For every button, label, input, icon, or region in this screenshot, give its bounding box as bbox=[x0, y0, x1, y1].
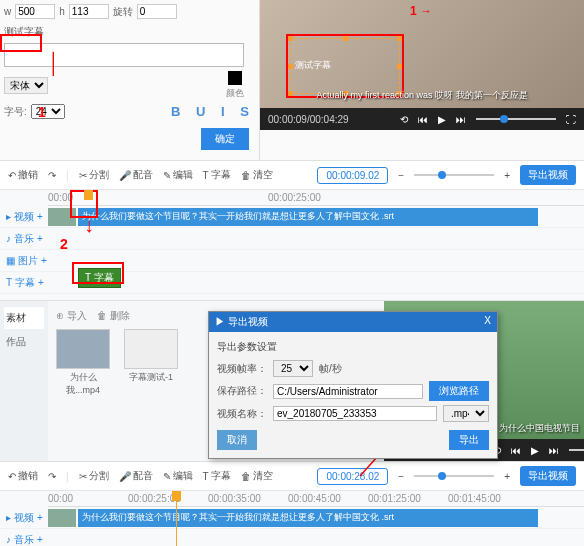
w-label: w bbox=[4, 6, 11, 17]
color-swatch[interactable] bbox=[228, 71, 242, 85]
play-icon[interactable]: ▶ bbox=[438, 114, 446, 125]
subtitle-drop-indicator[interactable]: T 字幕 bbox=[78, 268, 121, 288]
redo-button[interactable]: ↷ bbox=[48, 170, 56, 181]
subtitle-text-label: 测试字幕 bbox=[4, 25, 255, 39]
subtitle-text-input[interactable] bbox=[4, 43, 244, 67]
zoom-out-icon-2[interactable]: − bbox=[398, 471, 404, 482]
tab-works[interactable]: 作品 bbox=[4, 331, 44, 353]
zoom-slider-2[interactable] bbox=[414, 475, 494, 477]
text-style-buttons[interactable]: B U I S bbox=[171, 104, 255, 119]
clip-thumb-2[interactable] bbox=[48, 509, 76, 527]
fps-unit: 帧/秒 bbox=[319, 362, 342, 376]
playhead-marker-2[interactable] bbox=[172, 491, 181, 501]
next-icon[interactable]: ⏭ bbox=[456, 114, 466, 125]
add-video-icon-2[interactable]: + bbox=[37, 512, 43, 523]
name-label: 视频名称： bbox=[217, 407, 267, 421]
add-audio-icon[interactable]: + bbox=[37, 233, 43, 244]
video-clip-2[interactable]: 为什么我们要做这个节目呢？其实一开始我们就是想让更多人了解中国文化 .srt bbox=[78, 509, 538, 527]
video-track-label: ▸ 视频 + bbox=[0, 210, 48, 224]
dialog-title: ▶ 导出视频 bbox=[215, 315, 268, 329]
zoom-slider-1[interactable] bbox=[414, 174, 494, 176]
undo-button[interactable]: ↶ 撤销 bbox=[8, 168, 38, 182]
import-button[interactable]: ⊕ 导入 bbox=[56, 309, 87, 323]
path-label: 保存路径： bbox=[217, 384, 267, 398]
dub-button[interactable]: 🎤 配音 bbox=[119, 168, 153, 182]
prev-icon[interactable]: ⏮ bbox=[418, 114, 428, 125]
delete-button[interactable]: 🗑 删除 bbox=[97, 309, 130, 323]
dialog-section-label: 导出参数设置 bbox=[217, 340, 489, 354]
loop-icon[interactable]: ⟲ bbox=[400, 114, 408, 125]
add-subtitle-icon[interactable]: + bbox=[38, 277, 44, 288]
clear-button[interactable]: 🗑 清空 bbox=[241, 168, 273, 182]
lib-item-1[interactable]: 为什么我...mp4 bbox=[56, 329, 110, 397]
fps-select[interactable]: 25 bbox=[273, 360, 313, 377]
ruler-1[interactable]: 00:00 00:00:25:00 bbox=[48, 192, 584, 206]
color-label: 颜色 bbox=[226, 87, 244, 100]
clip-thumb-1[interactable] bbox=[48, 208, 76, 226]
height-input[interactable] bbox=[69, 4, 109, 19]
ok-button[interactable]: 确定 bbox=[201, 128, 249, 150]
cancel-button[interactable]: 取消 bbox=[217, 430, 257, 450]
current-time-2: 00:00:28.02 bbox=[317, 468, 388, 485]
add-video-icon[interactable]: + bbox=[37, 211, 43, 222]
add-audio-icon-2[interactable]: + bbox=[37, 534, 43, 545]
ruler-2[interactable]: 00:00 00:00:25:00 00:00:35:00 00:00:45:0… bbox=[48, 493, 584, 507]
playhead-marker-1[interactable] bbox=[84, 190, 93, 200]
rotate-input[interactable] bbox=[137, 4, 177, 19]
clear-button-2[interactable]: 🗑 清空 bbox=[241, 469, 273, 483]
volume-slider-1[interactable] bbox=[476, 118, 556, 120]
split-button-2[interactable]: ✂ 分割 bbox=[79, 469, 109, 483]
volume-slider-2[interactable] bbox=[569, 449, 584, 451]
fps-label: 视频帧率： bbox=[217, 362, 267, 376]
dub-button-2[interactable]: 🎤 配音 bbox=[119, 469, 153, 483]
rotate-label: 旋转 bbox=[113, 5, 133, 19]
fontsize-label: 字号: bbox=[4, 105, 27, 119]
browse-button[interactable]: 浏览路径 bbox=[429, 381, 489, 401]
export-button-2[interactable]: 导出视频 bbox=[520, 466, 576, 486]
audio-track-label: ♪ 音乐 + bbox=[0, 232, 48, 246]
fontsize-select[interactable]: 24 bbox=[31, 104, 65, 119]
edit-button-2[interactable]: ✎ 编辑 bbox=[163, 469, 193, 483]
video-track-label-2: ▸ 视频 + bbox=[0, 511, 48, 525]
selection-label: 测试字幕 bbox=[295, 59, 331, 72]
tab-material[interactable]: 素材 bbox=[4, 307, 44, 329]
subtitle-track-label: T 字幕 + bbox=[0, 276, 48, 290]
h-label: h bbox=[59, 6, 65, 17]
add-image-icon[interactable]: + bbox=[41, 255, 47, 266]
split-button[interactable]: ✂ 分割 bbox=[79, 168, 109, 182]
format-select[interactable]: .mp4 bbox=[443, 405, 489, 422]
prev-icon-2[interactable]: ⏮ bbox=[511, 445, 521, 456]
image-track-label: ▦ 图片 + bbox=[0, 254, 48, 268]
export-confirm-button[interactable]: 导出 bbox=[449, 430, 489, 450]
video-clip-1[interactable]: 为什么我们要做这个节目呢？其实一开始我们就是想让更多人了解中国文化 .srt bbox=[78, 208, 538, 226]
fullscreen-icon[interactable]: ⛶ bbox=[566, 114, 576, 125]
zoom-in-icon[interactable]: + bbox=[504, 170, 510, 181]
font-select[interactable]: 宋体 bbox=[4, 77, 48, 94]
subtitle-button-2[interactable]: T 字幕 bbox=[203, 469, 231, 483]
zoom-out-icon[interactable]: − bbox=[398, 170, 404, 181]
width-input[interactable] bbox=[15, 4, 55, 19]
audio-track-label-2: ♪ 音乐 + bbox=[0, 533, 48, 547]
redo-button-2[interactable]: ↷ bbox=[48, 471, 56, 482]
video-subtitle-1: Actually my first reaction was 哎呀 我的第一个反… bbox=[260, 89, 584, 102]
export-button-1[interactable]: 导出视频 bbox=[520, 165, 576, 185]
edit-button[interactable]: ✎ 编辑 bbox=[163, 168, 193, 182]
zoom-in-icon-2[interactable]: + bbox=[504, 471, 510, 482]
path-input[interactable] bbox=[273, 384, 423, 399]
name-input[interactable] bbox=[273, 406, 437, 421]
current-time-1: 00:00:09.02 bbox=[317, 167, 388, 184]
video-preview-1: 测试字幕 1 → Actually my first reaction was … bbox=[260, 0, 584, 130]
dialog-close-icon[interactable]: X bbox=[484, 315, 491, 329]
time-display-1: 00:00:09/00:04:29 bbox=[268, 114, 349, 125]
subtitle-button[interactable]: T 字幕 bbox=[203, 168, 231, 182]
undo-button-2[interactable]: ↶ 撤销 bbox=[8, 469, 38, 483]
lib-item-2[interactable]: 字幕测试-1 bbox=[124, 329, 178, 397]
export-dialog: ▶ 导出视频 X 导出参数设置 视频帧率： 25 帧/秒 保存路径： 浏览路径 … bbox=[208, 311, 498, 459]
play-icon-2[interactable]: ▶ bbox=[531, 445, 539, 456]
next-icon-2[interactable]: ⏭ bbox=[549, 445, 559, 456]
